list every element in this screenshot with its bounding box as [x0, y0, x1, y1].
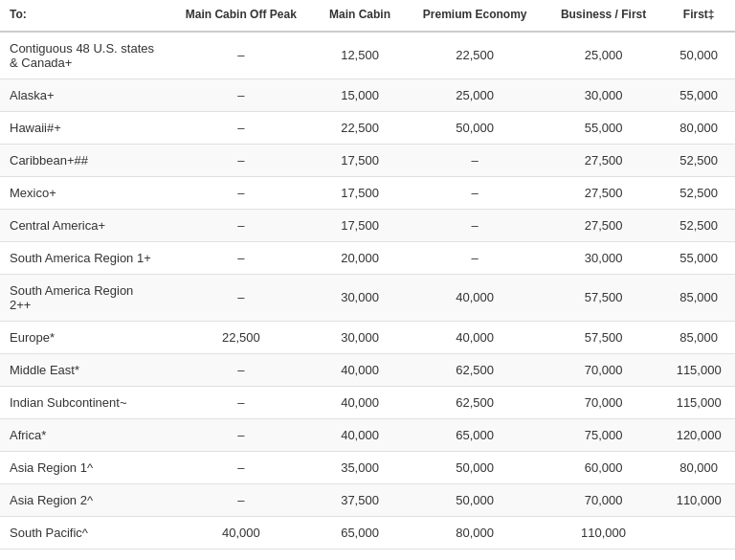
header-main-cabin-off-peak: Main Cabin Off Peak [167, 0, 315, 32]
cell-main-cabin: 17,500 [315, 176, 406, 209]
cell-main-cabin: 35,000 [315, 451, 406, 483]
cell-premium-economy: 50,000 [405, 111, 544, 144]
cell-first: 52,500 [662, 144, 735, 176]
table-row: Middle East*–40,00062,50070,000115,000 [0, 353, 735, 386]
cell-premium-economy: 25,000 [405, 78, 544, 111]
cell-main-cabin-off-peak: – [167, 78, 315, 111]
cell-main-cabin: 17,500 [315, 209, 406, 241]
cell-destination: Caribbean+## [0, 144, 167, 176]
cell-business-first: 57,500 [545, 321, 663, 353]
cell-main-cabin-off-peak: 40,000 [167, 516, 315, 549]
cell-destination: Middle East* [0, 353, 167, 386]
header-main-cabin: Main Cabin [315, 0, 406, 32]
cell-premium-economy: 62,500 [405, 353, 544, 386]
cell-premium-economy: 80,000 [405, 516, 544, 549]
cell-destination: Hawaii#+ [0, 111, 167, 144]
cell-main-cabin-off-peak: – [167, 111, 315, 144]
cell-main-cabin-off-peak: – [167, 32, 315, 79]
cell-main-cabin: 40,000 [315, 386, 406, 418]
cell-main-cabin-off-peak: – [167, 483, 315, 516]
cell-premium-economy: 65,000 [405, 418, 544, 451]
table-row: Caribbean+##–17,500–27,50052,500 [0, 144, 735, 176]
cell-main-cabin-off-peak: – [167, 386, 315, 418]
cell-business-first: 30,000 [545, 78, 663, 111]
header-premium-economy: Premium Economy [405, 0, 544, 32]
cell-first: 80,000 [662, 111, 735, 144]
cell-business-first: 27,500 [545, 209, 663, 241]
cell-main-cabin: 15,000 [315, 78, 406, 111]
awards-table-container: To: Main Cabin Off Peak Main Cabin Premi… [0, 0, 735, 549]
cell-destination: South Pacific^ [0, 516, 167, 549]
cell-premium-economy: 50,000 [405, 483, 544, 516]
cell-business-first: 75,000 [545, 418, 663, 451]
cell-premium-economy: – [405, 209, 544, 241]
cell-premium-economy: 40,000 [405, 321, 544, 353]
cell-first: 52,500 [662, 209, 735, 241]
cell-destination: Alaska+ [0, 78, 167, 111]
cell-first: 110,000 [662, 483, 735, 516]
cell-premium-economy: 22,500 [405, 32, 544, 79]
cell-first: 55,000 [662, 241, 735, 274]
cell-premium-economy: 40,000 [405, 274, 544, 321]
cell-destination: Asia Region 2^ [0, 483, 167, 516]
cell-main-cabin: 20,000 [315, 241, 406, 274]
table-row: Alaska+–15,00025,00030,00055,000 [0, 78, 735, 111]
cell-main-cabin-off-peak: – [167, 274, 315, 321]
cell-main-cabin: 40,000 [315, 418, 406, 451]
cell-main-cabin-off-peak: – [167, 418, 315, 451]
table-row: Hawaii#+–22,50050,00055,00080,000 [0, 111, 735, 144]
cell-business-first: 70,000 [545, 353, 663, 386]
cell-premium-economy: 62,500 [405, 386, 544, 418]
cell-destination: Asia Region 1^ [0, 451, 167, 483]
cell-first: 55,000 [662, 78, 735, 111]
cell-business-first: 25,000 [545, 32, 663, 79]
cell-main-cabin: 30,000 [315, 274, 406, 321]
cell-main-cabin-off-peak: – [167, 353, 315, 386]
awards-table: To: Main Cabin Off Peak Main Cabin Premi… [0, 0, 735, 549]
cell-first: 52,500 [662, 176, 735, 209]
table-row: Central America+–17,500–27,50052,500 [0, 209, 735, 241]
cell-destination: South America Region 1+ [0, 241, 167, 274]
cell-business-first: 60,000 [545, 451, 663, 483]
cell-main-cabin-off-peak: – [167, 209, 315, 241]
cell-destination: Mexico+ [0, 176, 167, 209]
cell-main-cabin-off-peak: – [167, 144, 315, 176]
cell-premium-economy: – [405, 241, 544, 274]
table-row: Mexico+–17,500–27,50052,500 [0, 176, 735, 209]
cell-destination: South America Region 2++ [0, 274, 167, 321]
cell-first: 115,000 [662, 353, 735, 386]
table-row: South Pacific^40,00065,00080,000110,000 [0, 516, 735, 549]
cell-destination: Central America+ [0, 209, 167, 241]
cell-main-cabin: 17,500 [315, 144, 406, 176]
cell-first: 85,000 [662, 321, 735, 353]
cell-main-cabin: 65,000 [315, 516, 406, 549]
cell-business-first: 57,500 [545, 274, 663, 321]
cell-business-first: 55,000 [545, 111, 663, 144]
table-row: South America Region 2++–30,00040,00057,… [0, 274, 735, 321]
cell-main-cabin: 30,000 [315, 321, 406, 353]
cell-first: 80,000 [662, 451, 735, 483]
cell-first [662, 516, 735, 549]
cell-first: 50,000 [662, 32, 735, 79]
cell-main-cabin-off-peak: – [167, 451, 315, 483]
cell-destination: Europe* [0, 321, 167, 353]
table-row: Africa*–40,00065,00075,000120,000 [0, 418, 735, 451]
cell-destination: Africa* [0, 418, 167, 451]
cell-main-cabin-off-peak: – [167, 241, 315, 274]
cell-main-cabin-off-peak: 22,500 [167, 321, 315, 353]
table-row: South America Region 1+–20,000–30,00055,… [0, 241, 735, 274]
table-row: Contiguous 48 U.S. states & Canada+–12,5… [0, 32, 735, 79]
header-business-first: Business / First [545, 0, 663, 32]
cell-business-first: 30,000 [545, 241, 663, 274]
table-row: Europe*22,50030,00040,00057,50085,000 [0, 321, 735, 353]
cell-business-first: 27,500 [545, 176, 663, 209]
table-row: Indian Subcontinent~–40,00062,50070,0001… [0, 386, 735, 418]
cell-premium-economy: 50,000 [405, 451, 544, 483]
table-row: Asia Region 2^–37,50050,00070,000110,000 [0, 483, 735, 516]
cell-main-cabin: 40,000 [315, 353, 406, 386]
cell-premium-economy: – [405, 176, 544, 209]
cell-business-first: 70,000 [545, 386, 663, 418]
cell-first: 115,000 [662, 386, 735, 418]
header-first: First‡ [662, 0, 735, 32]
table-header-row: To: Main Cabin Off Peak Main Cabin Premi… [0, 0, 735, 32]
